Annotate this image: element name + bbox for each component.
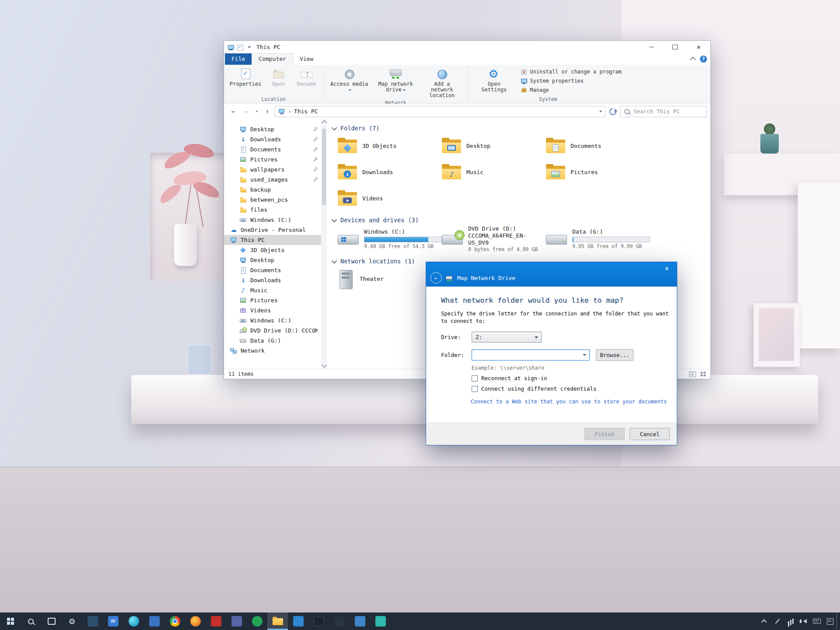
task-view-button[interactable] <box>41 612 62 630</box>
taskbar-app-media-player[interactable] <box>206 612 226 630</box>
map-network-drive-button[interactable]: Map network drive <box>372 66 419 99</box>
sidebar-item-this-pc[interactable]: This PC <box>224 235 321 245</box>
section-header-devices[interactable]: Devices and drives (3) <box>331 214 707 226</box>
scrollbar-thumb[interactable] <box>322 129 326 205</box>
sidebar-item-3d-objects[interactable]: 3D Objects <box>224 245 321 255</box>
back-button[interactable]: ← <box>228 106 239 117</box>
cancel-button[interactable]: Cancel <box>630 428 670 440</box>
taskbar-app-terminal[interactable] <box>308 612 329 630</box>
open-settings-button[interactable]: Open Settings <box>471 66 517 96</box>
sidebar-item-documents[interactable]: Documents <box>224 265 321 275</box>
titlebar[interactable]: This PC × <box>224 41 710 53</box>
sidebar-item-onedrive[interactable]: OneDrive - Personal <box>224 225 321 235</box>
folder-input[interactable] <box>472 350 590 360</box>
connect-website-link[interactable]: Connect to a Web site that you can use t… <box>471 399 669 405</box>
system-properties-button[interactable]: System properties <box>519 77 623 85</box>
sidebar-item-pictures[interactable]: Pictures <box>224 295 321 305</box>
quick-access-toolbar-dropdown-icon[interactable] <box>248 46 251 48</box>
quick-access-properties-icon[interactable] <box>237 44 244 51</box>
up-button[interactable]: ↑ <box>262 106 273 117</box>
recent-locations-button[interactable] <box>254 106 260 117</box>
sidebar-item-desktop-pinned[interactable]: Desktop <box>224 124 321 134</box>
sidebar-item-between-pcs[interactable]: between_pcs <box>224 195 321 205</box>
taskbar-app-edge[interactable] <box>123 612 144 630</box>
folder-tile-downloads[interactable]: Downloads <box>337 161 441 184</box>
collapse-section-icon[interactable] <box>332 217 337 222</box>
large-icons-view-button[interactable] <box>700 372 706 377</box>
sidebar-scrollbar[interactable] <box>321 119 327 369</box>
drive-tile-data-g[interactable]: Data (G:) 9.95 GB free of 9.99 GB <box>546 227 650 251</box>
taskbar-app-music[interactable] <box>247 612 267 630</box>
credentials-checkbox[interactable] <box>472 386 478 392</box>
taskbar-app-mail[interactable] <box>103 612 123 630</box>
scroll-down-icon[interactable] <box>322 362 327 368</box>
minimize-button[interactable] <box>640 41 663 53</box>
sidebar-item-data-g[interactable]: Data (G:) <box>224 336 321 346</box>
sidebar-item-backup[interactable]: backup <box>224 185 321 195</box>
sidebar-item-files[interactable]: files <box>224 205 321 215</box>
sidebar-item-downloads-pinned[interactable]: Downloads <box>224 134 321 144</box>
sidebar-item-windows-c-2[interactable]: Windows (C:) <box>224 315 321 326</box>
close-button[interactable]: × <box>687 41 710 53</box>
sidebar-item-network[interactable]: Network <box>224 346 321 356</box>
taskbar-app-level-tool[interactable] <box>370 612 391 630</box>
sidebar-item-documents-pinned[interactable]: Documents <box>224 144 321 154</box>
add-network-location-button[interactable]: Add a network location <box>419 66 465 99</box>
tray-pen-button[interactable] <box>771 612 784 630</box>
taskbar-search-button[interactable] <box>21 612 41 630</box>
tab-file[interactable]: File <box>225 53 252 65</box>
collapse-section-icon[interactable] <box>332 258 337 263</box>
sidebar-item-dvd-drive[interactable]: DVD Drive (D:) CCCOMA_X64 <box>224 326 321 336</box>
maximize-button[interactable] <box>663 41 687 53</box>
folder-tile-documents[interactable]: Documents <box>546 135 650 158</box>
address-dropdown-icon[interactable] <box>599 111 602 112</box>
folder-tile-pictures[interactable]: Pictures <box>546 161 650 184</box>
section-header-folders[interactable]: Folders (7) <box>331 122 707 134</box>
tab-computer[interactable]: Computer <box>252 53 293 65</box>
rename-button[interactable]: Rename <box>292 66 320 96</box>
taskbar-app-firefox[interactable] <box>185 612 206 630</box>
drive-letter-select[interactable]: Z: <box>472 332 542 343</box>
uninstall-program-button[interactable]: Uninstall or change a program <box>519 68 623 76</box>
sidebar-item-videos[interactable]: Videos <box>224 305 321 315</box>
properties-button[interactable]: Properties <box>227 66 264 96</box>
browse-button[interactable]: Browse... <box>596 349 634 361</box>
search-box[interactable] <box>620 106 707 117</box>
dialog-back-button[interactable]: ← <box>430 272 442 284</box>
taskbar-app-chrome[interactable] <box>164 612 185 630</box>
tray-network-button[interactable] <box>784 612 797 630</box>
address-bar[interactable]: › This PC <box>275 106 606 117</box>
show-desktop-button[interactable] <box>836 612 839 630</box>
sidebar-item-used-images[interactable]: used_images <box>224 175 321 185</box>
drive-tile-windows-c[interactable]: Windows (C:) 9.48 GB free of 54.3 GB <box>337 227 441 251</box>
taskbar-app-photos[interactable] <box>144 612 164 630</box>
search-input[interactable] <box>633 108 708 115</box>
details-view-button[interactable] <box>689 371 696 377</box>
open-button[interactable]: Open <box>264 66 292 96</box>
access-media-button[interactable]: Access media <box>326 66 372 99</box>
forward-button[interactable]: → <box>241 106 252 117</box>
breadcrumb[interactable]: This PC <box>294 108 318 115</box>
sidebar-item-desktop[interactable]: Desktop <box>224 255 321 265</box>
sidebar-item-windows-c[interactable]: Windows (C:) <box>224 215 321 225</box>
drive-tile-dvd[interactable]: DVD Drive (D:) CCCOMA_X64FRE_EN-US_DV9 0… <box>441 227 546 251</box>
collapse-ribbon-icon[interactable] <box>690 56 696 63</box>
taskbar-app-file-explorer[interactable] <box>267 612 288 630</box>
taskbar-app-github[interactable] <box>329 612 350 630</box>
tray-touch-keyboard-button[interactable] <box>810 612 823 630</box>
tray-action-center-button[interactable] <box>823 612 836 630</box>
manage-button[interactable]: Manage <box>519 86 623 94</box>
dialog-close-button[interactable]: × <box>658 263 676 274</box>
folder-tile-desktop[interactable]: Desktop <box>441 135 546 158</box>
tray-volume-button[interactable] <box>797 612 810 630</box>
taskbar-app-remote-monitor[interactable] <box>350 612 370 630</box>
dialog-titlebar[interactable]: × ← Map Network Drive <box>426 262 677 287</box>
sidebar-item-pictures-pinned[interactable]: Pictures <box>224 154 321 164</box>
help-icon[interactable]: ? <box>700 56 707 63</box>
folder-tile-videos[interactable]: Videos <box>337 187 441 210</box>
taskbar-app-store[interactable] <box>82 612 103 630</box>
collapse-section-icon[interactable] <box>332 125 337 130</box>
sidebar-item-music[interactable]: Music <box>224 285 321 295</box>
tab-view[interactable]: View <box>293 53 320 65</box>
folder-tile-3d-objects[interactable]: 3D Objects <box>337 135 441 158</box>
